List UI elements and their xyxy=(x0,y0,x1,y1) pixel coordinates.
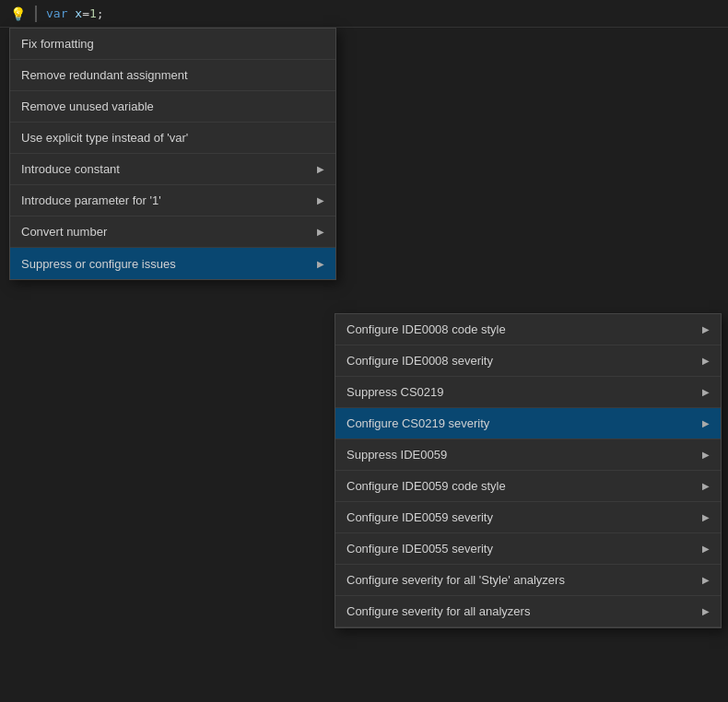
sub-arrow-icon-configure-style-analyzers: ▶ xyxy=(702,575,710,585)
sub-arrow-icon-configure-cs0219-severity: ▶ xyxy=(702,418,710,428)
arrow-icon-convert-number: ▶ xyxy=(317,227,324,237)
menu-item-remove-redundant[interactable]: Remove redundant assignment xyxy=(10,60,335,91)
arrow-icon-introduce-constant: ▶ xyxy=(317,164,324,174)
sub-menu-item-suppress-ide0059[interactable]: Suppress IDE0059▶ xyxy=(335,439,721,471)
menu-item-introduce-constant[interactable]: Introduce constant▶ xyxy=(10,154,335,185)
sub-menu-item-suppress-cs0219[interactable]: Suppress CS0219▶ xyxy=(335,377,721,408)
menu-item-suppress-configure[interactable]: Suppress or configure issues▶ xyxy=(10,248,335,279)
sub-arrow-icon-configure-all-analyzers: ▶ xyxy=(702,606,710,616)
sub-menu-item-configure-cs0219-severity[interactable]: Configure CS0219 severity▶ xyxy=(335,408,721,439)
editor-top-bar: 💡 var x=1; xyxy=(0,0,728,28)
sub-menu-item-configure-ide0008-style[interactable]: Configure IDE0008 code style▶ xyxy=(335,314,721,345)
sub-menu-item-configure-ide0055-severity[interactable]: Configure IDE0055 severity▶ xyxy=(335,533,721,565)
sub-menu-item-label-configure-style-analyzers: Configure severity for all 'Style' analy… xyxy=(346,573,695,587)
editor-area: 💡 var x=1; Fix formattingRemove redundan… xyxy=(0,0,728,702)
menu-item-label-introduce-constant: Introduce constant xyxy=(21,162,310,176)
main-context-menu: Fix formattingRemove redundant assignmen… xyxy=(9,28,336,280)
sub-arrow-icon-configure-ide0059-severity: ▶ xyxy=(702,512,710,522)
sub-arrow-icon-configure-ide0008-severity: ▶ xyxy=(702,356,710,366)
sub-menu-item-label-configure-ide0059-severity: Configure IDE0059 severity xyxy=(346,510,695,524)
sub-menu-item-configure-style-analyzers[interactable]: Configure severity for all 'Style' analy… xyxy=(335,565,721,596)
sub-menu-item-label-configure-ide0059-style: Configure IDE0059 code style xyxy=(346,479,695,493)
menu-item-convert-number[interactable]: Convert number▶ xyxy=(10,216,335,248)
sub-menu-item-configure-ide0008-severity[interactable]: Configure IDE0008 severity▶ xyxy=(335,345,721,377)
menu-item-label-suppress-configure: Suppress or configure issues xyxy=(21,257,310,271)
sub-menu-item-label-configure-ide0008-severity: Configure IDE0008 severity xyxy=(346,354,695,368)
menu-item-use-explicit[interactable]: Use explicit type instead of 'var' xyxy=(10,123,335,154)
menu-item-label-remove-unused: Remove unused variable xyxy=(21,99,324,113)
sub-menu-item-label-suppress-cs0219: Suppress CS0219 xyxy=(346,385,695,399)
menu-item-introduce-parameter[interactable]: Introduce parameter for '1'▶ xyxy=(10,185,335,216)
sub-menu-item-label-configure-ide0008-style: Configure IDE0008 code style xyxy=(346,322,695,336)
menu-item-remove-unused[interactable]: Remove unused variable xyxy=(10,91,335,123)
arrow-icon-introduce-parameter: ▶ xyxy=(317,195,324,205)
sub-menu-item-configure-all-analyzers[interactable]: Configure severity for all analyzers▶ xyxy=(335,596,721,627)
sub-menu-item-label-configure-cs0219-severity: Configure CS0219 severity xyxy=(346,416,695,430)
sub-context-menu: Configure IDE0008 code style▶Configure I… xyxy=(335,313,722,628)
menu-item-label-remove-redundant: Remove redundant assignment xyxy=(21,68,324,82)
separator xyxy=(35,6,37,22)
sub-arrow-icon-suppress-cs0219: ▶ xyxy=(702,387,710,397)
arrow-icon-suppress-configure: ▶ xyxy=(317,259,324,269)
menu-item-label-fix-formatting: Fix formatting xyxy=(21,37,324,51)
sub-arrow-icon-configure-ide0055-severity: ▶ xyxy=(702,544,710,554)
sub-menu-item-configure-ide0059-style[interactable]: Configure IDE0059 code style▶ xyxy=(335,471,721,502)
sub-arrow-icon-configure-ide0008-style: ▶ xyxy=(702,324,710,334)
sub-arrow-icon-suppress-ide0059: ▶ xyxy=(702,450,710,460)
lightbulb-icon[interactable]: 💡 xyxy=(7,4,28,24)
sub-menu-item-label-configure-all-analyzers: Configure severity for all analyzers xyxy=(346,604,695,618)
menu-item-label-introduce-parameter: Introduce parameter for '1' xyxy=(21,193,310,207)
code-line: var x=1; xyxy=(46,6,104,20)
menu-item-label-convert-number: Convert number xyxy=(21,225,310,239)
menu-item-label-use-explicit: Use explicit type instead of 'var' xyxy=(21,131,324,145)
sub-menu-item-label-suppress-ide0059: Suppress IDE0059 xyxy=(346,448,695,462)
sub-menu-item-label-configure-ide0055-severity: Configure IDE0055 severity xyxy=(346,542,695,556)
sub-arrow-icon-configure-ide0059-style: ▶ xyxy=(702,481,710,491)
menu-item-fix-formatting[interactable]: Fix formatting xyxy=(10,29,335,60)
sub-menu-item-configure-ide0059-severity[interactable]: Configure IDE0059 severity▶ xyxy=(335,502,721,533)
